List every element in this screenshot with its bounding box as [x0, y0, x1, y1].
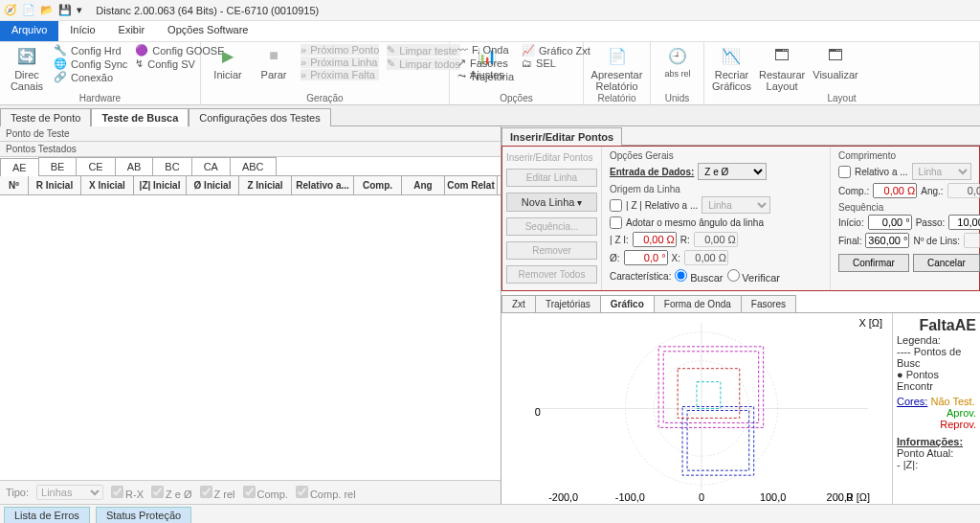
- view-icon: 🗔: [824, 44, 847, 67]
- fault-tab-be[interactable]: BE: [38, 157, 78, 175]
- status-protecao-tab[interactable]: Status Proteção: [96, 507, 191, 523]
- tab-inicio[interactable]: Início: [58, 21, 106, 41]
- ponto-teste-header: Ponto de Teste: [0, 126, 501, 142]
- charttab-fasores[interactable]: Fasores: [741, 295, 796, 312]
- fault-tab-abc[interactable]: ABC: [230, 157, 277, 175]
- iniciar-button[interactable]: ▶Iniciar: [209, 44, 247, 80]
- svg-text:-100,0: -100,0: [615, 491, 645, 503]
- phi-input[interactable]: [624, 250, 668, 265]
- col-header: R Inicial: [29, 176, 81, 194]
- compr-check[interactable]: Comp. rel: [296, 486, 356, 500]
- sequencia-button[interactable]: Sequência...: [506, 217, 597, 236]
- subtab-config-testes[interactable]: Configurações dos Testes: [189, 108, 330, 126]
- relativo-a-check[interactable]: [838, 166, 851, 178]
- restaurar-layout-button[interactable]: 🗔Restaurar Layout: [759, 44, 805, 92]
- open-icon[interactable]: 📂: [40, 4, 54, 15]
- col-header: Comp.: [354, 176, 402, 194]
- svg-marker-6: [687, 410, 749, 470]
- rx-check[interactable]: R-X: [111, 486, 144, 500]
- col-header: Relativo a...: [292, 176, 354, 194]
- editar-linha-button[interactable]: Editar Linha: [506, 169, 597, 187]
- passo-input[interactable]: [948, 215, 980, 230]
- confirmar-button[interactable]: Confirmar: [838, 254, 909, 272]
- charttab-traj[interactable]: Trajetórias: [535, 295, 601, 312]
- relativo-linha-select[interactable]: Linha: [912, 163, 971, 180]
- col-header: Ø Inicial: [187, 176, 239, 194]
- save-icon[interactable]: 💾: [58, 4, 72, 15]
- charttab-grafico[interactable]: Gráfico: [600, 295, 655, 312]
- impedance-chart[interactable]: X [Ω] R [Ω] 0 -200,0-100,00100,0200,0: [501, 313, 892, 504]
- entrada-dados-select[interactable]: Z e Ø: [698, 163, 767, 180]
- charttab-zxt[interactable]: Zxt: [501, 295, 536, 312]
- inserir-editar-tab[interactable]: Inserir/Editar Pontos: [501, 127, 622, 146]
- comp-check[interactable]: Comp.: [243, 486, 288, 500]
- link-icon: 🔗: [54, 71, 67, 83]
- subtab-teste-busca[interactable]: Teste de Busca: [91, 108, 189, 126]
- pontos-testados-header: Pontos Testados: [0, 142, 501, 157]
- dropdown-icon[interactable]: ▾: [77, 4, 82, 15]
- buscar-radio[interactable]: Buscar: [675, 269, 723, 284]
- recriar-graficos-button[interactable]: 📉Recriar Gráficos: [712, 44, 751, 92]
- legend-pontos-encontr: ● Pontos Encontr: [897, 369, 976, 392]
- subtab-teste-ponto[interactable]: Teste de Ponto: [0, 108, 91, 126]
- svg-text:-200,0: -200,0: [548, 491, 578, 503]
- fault-tab-ae[interactable]: AE: [0, 158, 39, 176]
- apresentar-relatorio-button[interactable]: 📄Apresentar Relatório: [591, 44, 642, 92]
- fasores-link[interactable]: ↗ Fasores: [457, 57, 514, 69]
- r-input: [694, 232, 738, 247]
- fault-tab-ab[interactable]: AB: [115, 157, 154, 175]
- col-header: |Z| Inicial: [134, 176, 187, 194]
- fonda-link[interactable]: 〰 F. Onda: [457, 44, 514, 56]
- z-relativo-linha-select[interactable]: Linha: [702, 196, 770, 214]
- clock-icon: 🕘: [666, 44, 689, 67]
- svg-marker-9: [697, 382, 721, 409]
- fault-tab-bc[interactable]: BC: [152, 157, 191, 175]
- app-icon: 🧭: [4, 4, 17, 15]
- fault-tab-ce[interactable]: CE: [76, 157, 115, 175]
- x-input: [684, 250, 728, 265]
- col-header: Nº: [0, 176, 29, 194]
- proxima-linha-link[interactable]: » Próxima Linha: [301, 57, 379, 68]
- config-hrd-link[interactable]: 🔧Config Hrd: [54, 44, 127, 57]
- col-header: Com Relat: [445, 176, 498, 194]
- chart-reset-icon: 📉: [720, 44, 743, 67]
- tab-exibir[interactable]: Exibir: [107, 21, 157, 41]
- config-sync-link[interactable]: 🌐Config Sync: [54, 57, 127, 70]
- final-input[interactable]: [865, 233, 909, 248]
- cancelar-button[interactable]: Cancelar: [913, 254, 980, 272]
- nova-linha-button[interactable]: Nova Linha ▾: [506, 193, 597, 212]
- col-header: Z Inicial: [239, 176, 292, 194]
- verificar-radio[interactable]: Verificar: [727, 269, 781, 284]
- zrel-check[interactable]: Z rel: [200, 486, 235, 500]
- svg-text:200,0: 200,0: [827, 491, 853, 503]
- zeo-check[interactable]: Z e Ø: [151, 486, 192, 500]
- comp-input[interactable]: [873, 183, 917, 198]
- zxt-link[interactable]: 📈 Gráfico Zxt: [522, 44, 590, 57]
- remover-button[interactable]: Remover: [506, 241, 597, 260]
- visualizar-button[interactable]: 🗔Visualizar: [813, 44, 858, 80]
- group-hardware-label: Hardware: [8, 93, 192, 103]
- tipo-select[interactable]: Linhas: [36, 485, 103, 500]
- results-grid[interactable]: [0, 195, 501, 480]
- izi-input[interactable]: [633, 232, 677, 247]
- parar-button[interactable]: ■Parar: [255, 44, 293, 80]
- sel-link[interactable]: 🗂 SEL: [522, 57, 590, 69]
- proxima-falta-link[interactable]: » Próxima Falta: [301, 69, 379, 80]
- remover-todos-button[interactable]: Remover Todos: [506, 265, 597, 284]
- proximo-ponto-link[interactable]: » Próximo Ponto: [301, 44, 379, 56]
- trajetoria-link[interactable]: ⤳ Trajetória: [457, 70, 514, 82]
- z-relativo-check[interactable]: [610, 199, 622, 212]
- adotar-angulo-check[interactable]: [610, 216, 622, 229]
- new-icon[interactable]: 📄: [22, 4, 35, 15]
- svg-marker-7: [682, 407, 754, 476]
- tab-arquivo[interactable]: Arquivo: [0, 21, 58, 41]
- lista-erros-tab[interactable]: Lista de Erros: [4, 507, 90, 523]
- unids-button[interactable]: 🕘abs rel: [658, 44, 697, 79]
- layout-icon: 🗔: [770, 44, 793, 67]
- tab-opcoes[interactable]: Opções Software: [156, 21, 259, 41]
- inicio-input[interactable]: [868, 215, 912, 230]
- fault-tab-ca[interactable]: CA: [191, 157, 231, 175]
- charttab-fonda[interactable]: Forma de Onda: [654, 295, 742, 312]
- conexao-link[interactable]: 🔗Conexão: [54, 71, 127, 83]
- direc-canais-button[interactable]: 🔄 Direc Canais: [8, 44, 46, 92]
